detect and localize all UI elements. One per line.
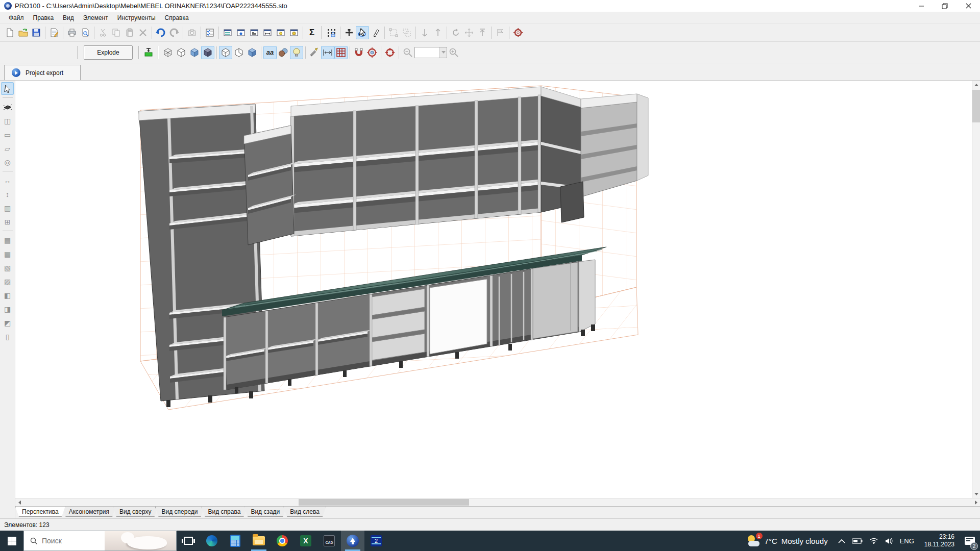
cube-hidden-lines-icon[interactable] [219,46,232,59]
flag-icon[interactable] [494,26,507,39]
zoom-tool-icon[interactable]: ◎ [1,156,14,168]
viewport-canvas[interactable] [15,81,972,498]
menu-view[interactable]: Вид [58,13,79,22]
light-bulb-icon[interactable] [290,46,303,59]
dimension-line-icon[interactable] [321,46,334,59]
task-view-button[interactable] [177,531,200,551]
menu-tools[interactable]: Инструменты [113,13,160,22]
horizontal-scroll-track[interactable] [23,498,972,506]
move-anchor-icon[interactable] [342,26,356,39]
report-tool-4-icon[interactable]: ▨ [1,275,14,288]
report-tool-2-icon[interactable]: ▦ [1,247,14,260]
scroll-right-icon[interactable] [972,498,980,507]
paste-icon[interactable] [123,26,136,39]
tab-view-left[interactable]: Вид слева [283,507,326,517]
file-explorer-button[interactable] [247,531,271,551]
materials-spheres-icon[interactable] [277,46,290,59]
draw-tool-icon[interactable]: ▱ [1,142,14,155]
report-tool-5-icon[interactable]: ◧ [1,289,14,302]
cube-wireframe-icon[interactable] [161,46,175,59]
tab-axonometry[interactable]: Аксонометрия [62,507,116,517]
light-window-icon[interactable] [274,26,287,39]
cube-outline-icon[interactable] [232,46,246,59]
cad-app-button[interactable]: CAD [317,531,341,551]
cube-white-icon[interactable] [175,46,188,59]
dim-horizontal-tool-icon[interactable]: ↔ [1,174,14,187]
tray-chevron-icon[interactable] [838,539,845,543]
report-tool-8-icon[interactable]: ▯ [1,330,14,343]
polar-bear-image[interactable] [105,531,176,551]
options-icon[interactable] [511,26,525,39]
rotate-target-icon[interactable] [365,46,379,59]
pro100-app-button[interactable] [341,531,364,551]
center-target-icon[interactable] [383,46,397,59]
nudge-right-icon[interactable] [431,26,445,39]
properties-window-icon[interactable] [221,26,234,39]
volume-icon[interactable] [885,538,893,544]
magnet-icon[interactable] [352,46,365,59]
clock[interactable]: 23:16 18.11.2023 [919,531,960,551]
wifi-icon[interactable] [870,538,878,544]
press-board-icon[interactable] [142,46,155,59]
scroll-up-icon[interactable] [972,81,980,89]
vertical-scrollbar[interactable] [972,81,980,498]
pointer-tool-icon[interactable] [1,82,14,95]
minimize-button[interactable] [910,0,933,12]
report-tool-6-icon[interactable]: ◨ [1,303,14,315]
print-preview-icon[interactable] [79,26,92,39]
open-icon[interactable] [16,26,30,39]
materials-window-icon[interactable] [234,26,248,39]
restore-button[interactable] [933,0,957,12]
project-export-tab[interactable]: Project export [4,65,81,80]
tab-view-front[interactable]: Вид спереди [155,507,205,517]
nudge-left-icon[interactable] [418,26,431,39]
menu-file[interactable]: Файл [4,13,29,22]
explode-button[interactable]: Explode [84,45,133,60]
zoom-combo[interactable] [414,47,447,58]
undo-icon[interactable] [154,26,167,39]
calculator-button[interactable] [224,531,247,551]
horizontal-scrollbar[interactable] [15,498,980,506]
copy-icon[interactable] [110,26,123,39]
select-board-tool-icon[interactable]: ▭ [1,128,14,141]
select-group-icon[interactable] [400,26,413,39]
move-all-icon[interactable] [462,26,476,39]
new-icon[interactable] [3,26,16,39]
pen-icon[interactable] [369,26,382,39]
horizontal-scroll-thumb[interactable] [299,499,469,506]
pointer-icon[interactable] [356,26,369,39]
dimensions-window-icon[interactable] [261,26,274,39]
price-window-icon[interactable] [287,26,301,39]
sum-icon[interactable]: Σ [305,26,318,39]
menu-element[interactable]: Элемент [79,13,113,22]
cube-dark-icon[interactable] [201,46,214,59]
raise-icon[interactable] [476,26,489,39]
language-indicator[interactable]: ENG [900,537,914,545]
dim-diagonal-tool-icon[interactable]: ▥ [1,202,14,214]
cut-icon[interactable] [96,26,110,39]
delete-icon[interactable] [136,26,150,39]
search-input[interactable] [42,537,108,545]
zoom-out-icon[interactable] [401,46,414,59]
tab-view-right[interactable]: Вид справа [202,507,248,517]
menu-help[interactable]: Справка [160,13,193,22]
menu-edit[interactable]: Правка [29,13,59,22]
zoom-in-icon[interactable] [447,46,460,59]
battery-icon[interactable] [852,538,863,544]
select-area-icon[interactable] [387,26,400,39]
report-tool-3-icon[interactable]: ▧ [1,261,14,274]
tab-view-back[interactable]: Вид сзади [244,507,286,517]
dim-box-tool-icon[interactable]: ⊞ [1,215,14,228]
notification-center-button[interactable]: 2 [960,531,980,551]
print-icon[interactable] [65,26,79,39]
bcad-app-button[interactable]: 2 [364,531,388,551]
chrome-button[interactable] [271,531,294,551]
screw-icon[interactable] [308,46,321,59]
insert-board-tool-icon[interactable] [1,101,14,113]
scroll-down-icon[interactable] [972,490,980,498]
report-tool-1-icon[interactable]: ▤ [1,234,14,246]
tab-perspective[interactable]: Перспектива [15,507,65,517]
element-window-icon[interactable] [248,26,261,39]
camera-icon[interactable] [185,26,199,39]
insert-element-tool-icon[interactable]: ◫ [1,114,14,127]
